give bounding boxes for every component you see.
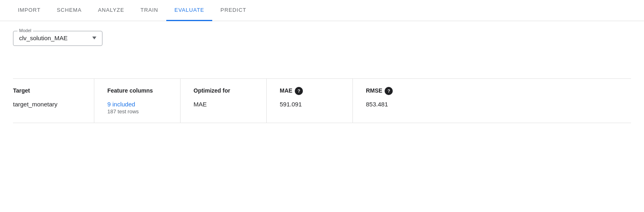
dropdown-arrow-icon xyxy=(92,37,96,39)
rmse-column: RMSE ? 853.481 xyxy=(366,79,431,123)
rmse-header: RMSE xyxy=(366,87,382,95)
optimized-header: Optimized for xyxy=(194,87,253,95)
tab-analyze[interactable]: ANALYZE xyxy=(90,0,133,21)
feature-header: Feature columns xyxy=(107,87,167,95)
model-dropdown[interactable]: Model clv_solution_MAE xyxy=(13,31,102,46)
feature-value-group: 9 included 187 test rows xyxy=(107,101,167,115)
tab-evaluate[interactable]: EVALUATE xyxy=(166,0,212,21)
mae-header: MAE xyxy=(280,87,292,95)
spacer xyxy=(0,52,644,69)
tab-predict[interactable]: PREDICT xyxy=(212,0,254,21)
mae-help-icon[interactable]: ? xyxy=(295,87,303,95)
model-selected-value: clv_solution_MAE xyxy=(19,35,67,41)
mae-value: 591.091 xyxy=(280,101,339,108)
data-section: Target target_monetary Feature columns 9… xyxy=(0,69,644,133)
rmse-help-icon[interactable]: ? xyxy=(385,87,393,95)
optimized-column: Optimized for MAE xyxy=(194,79,267,123)
tab-train[interactable]: TRAIN xyxy=(133,0,167,21)
tab-import[interactable]: IMPORT xyxy=(10,0,49,21)
model-dropdown-value: clv_solution_MAE xyxy=(19,35,96,41)
tab-schema[interactable]: SCHEMA xyxy=(49,0,90,21)
model-section: Model clv_solution_MAE xyxy=(0,21,644,52)
model-dropdown-label: Model xyxy=(17,28,33,33)
feature-sub: 187 test rows xyxy=(107,108,167,115)
target-value: target_monetary xyxy=(13,101,81,108)
optimized-value: MAE xyxy=(194,101,253,108)
rmse-header-group: RMSE ? xyxy=(366,87,418,95)
rmse-value: 853.481 xyxy=(366,101,418,108)
mae-header-group: MAE ? xyxy=(280,87,339,95)
feature-link[interactable]: 9 included xyxy=(107,101,135,108)
target-column: Target target_monetary xyxy=(13,79,94,123)
evaluation-table: Target target_monetary Feature columns 9… xyxy=(13,78,631,123)
top-navigation: IMPORT SCHEMA ANALYZE TRAIN EVALUATE PRE… xyxy=(0,0,644,21)
mae-column: MAE ? 591.091 xyxy=(280,79,353,123)
target-header: Target xyxy=(13,87,81,95)
feature-column: Feature columns 9 included 187 test rows xyxy=(107,79,181,123)
